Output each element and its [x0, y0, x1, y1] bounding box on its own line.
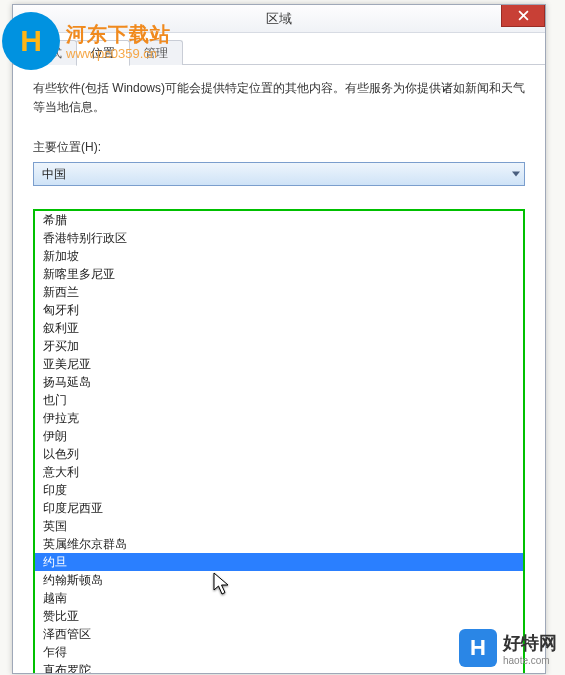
chevron-down-icon — [512, 172, 520, 177]
dropdown-option[interactable]: 意大利 — [35, 463, 523, 481]
dropdown-option[interactable]: 赞比亚 — [35, 607, 523, 625]
dropdown-option[interactable]: 英属维尔京群岛 — [35, 535, 523, 553]
dropdown-option[interactable]: 直布罗陀 — [35, 661, 523, 673]
description-text: 有些软件(包括 Windows)可能会提供特定位置的其他内容。有些服务为你提供诸… — [33, 79, 525, 117]
dropdown-option[interactable]: 香港特别行政区 — [35, 229, 523, 247]
dropdown-option[interactable]: 泽西管区 — [35, 625, 523, 643]
dropdown-option[interactable]: 约旦 — [35, 553, 523, 571]
home-location-label: 主要位置(H): — [33, 139, 525, 156]
dropdown-option[interactable]: 新喀里多尼亚 — [35, 265, 523, 283]
dropdown-option[interactable]: 亚美尼亚 — [35, 355, 523, 373]
combo-selected-value: 中国 — [42, 166, 66, 183]
titlebar: 区域 — [13, 5, 545, 33]
dropdown-option[interactable]: 越南 — [35, 589, 523, 607]
dropdown-option[interactable]: 牙买加 — [35, 337, 523, 355]
dropdown-option[interactable]: 印度 — [35, 481, 523, 499]
window-title: 区域 — [13, 10, 545, 28]
home-location-combo[interactable]: 中国 — [33, 162, 525, 186]
dropdown-option[interactable]: 叙利亚 — [35, 319, 523, 337]
dropdown-option[interactable]: 扬马延岛 — [35, 373, 523, 391]
tab-content: 有些软件(包括 Windows)可能会提供特定位置的其他内容。有些服务为你提供诸… — [13, 65, 545, 200]
dropdown-option[interactable]: 以色列 — [35, 445, 523, 463]
home-location-dropdown[interactable]: 希腊香港特别行政区新加坡新喀里多尼亚新西兰匈牙利叙利亚牙买加亚美尼亚扬马延岛也门… — [33, 209, 525, 673]
tab-format[interactable]: 格式 — [23, 40, 77, 65]
tab-admin[interactable]: 管理 — [129, 40, 183, 65]
close-button[interactable] — [501, 5, 545, 27]
tab-location[interactable]: 位置 — [76, 40, 130, 66]
dropdown-option[interactable]: 也门 — [35, 391, 523, 409]
region-dialog: 区域 格式 位置 管理 有些软件(包括 Windows)可能会提供特定位置的其他… — [12, 4, 546, 674]
dropdown-option[interactable]: 伊朗 — [35, 427, 523, 445]
dropdown-option[interactable]: 匈牙利 — [35, 301, 523, 319]
dropdown-option[interactable]: 英国 — [35, 517, 523, 535]
tab-strip: 格式 位置 管理 — [13, 33, 545, 65]
dropdown-option[interactable]: 印度尼西亚 — [35, 499, 523, 517]
dropdown-option[interactable]: 新西兰 — [35, 283, 523, 301]
dropdown-list: 希腊香港特别行政区新加坡新喀里多尼亚新西兰匈牙利叙利亚牙买加亚美尼亚扬马延岛也门… — [35, 211, 523, 673]
dropdown-option[interactable]: 约翰斯顿岛 — [35, 571, 523, 589]
dropdown-option[interactable]: 乍得 — [35, 643, 523, 661]
dropdown-option[interactable]: 希腊 — [35, 211, 523, 229]
dropdown-option[interactable]: 新加坡 — [35, 247, 523, 265]
close-icon — [518, 10, 529, 21]
dropdown-option[interactable]: 伊拉克 — [35, 409, 523, 427]
